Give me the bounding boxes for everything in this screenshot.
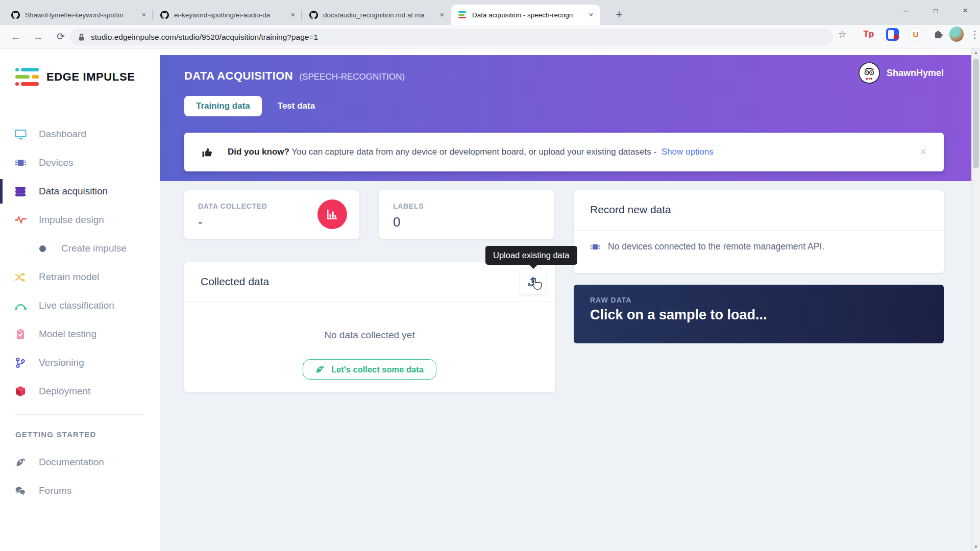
record-new-data-title: Record new data [590,204,671,216]
rocket-icon [315,365,325,374]
scrollbar-thumb[interactable] [973,59,979,168]
profile-avatar[interactable] [949,27,964,41]
address-bar[interactable]: studio.edgeimpulse.com/studio/9520/acqui… [70,29,833,45]
chip-icon [14,157,27,168]
raw-data-card[interactable]: RAW DATA Click on a sample to load... [574,285,944,343]
logo-text: EDGE IMPULSE [46,70,135,84]
labels-card: LABELS 0 [379,190,554,239]
chart-badge [317,199,347,229]
card-divider [184,301,555,302]
tab-close-icon[interactable]: × [586,10,596,20]
new-tab-button[interactable]: + [610,7,628,23]
sidebar-item-label: Deployment [39,386,90,397]
edge-impulse-logo[interactable]: EDGE IMPULSE [15,68,135,86]
sidebar-item-create-impulse[interactable]: Create impulse [0,234,160,263]
sidebar-item-impulse-design[interactable]: Impulse design [0,206,160,234]
page-scrollbar[interactable]: ▲ ▼ [971,48,980,551]
stat-label: DATA COLLECTED [198,202,267,210]
no-devices-message: No devices connected to the remote manag… [590,241,824,252]
sidebar-item-label: Documentation [39,457,104,468]
sidebar-item-label: Live classification [39,300,114,311]
database-icon [14,186,27,197]
window-close-button[interactable]: × [950,0,980,21]
sidebar-item-versioning[interactable]: Versioning [0,348,160,377]
tab-title: docs/audio_recognition.md at ma [323,11,437,19]
sidebar-item-forums[interactable]: Forums [0,477,160,505]
sidebar-item-label: Versioning [39,357,84,368]
collect-data-button[interactable]: Let's collect some data [303,359,436,380]
extension-privacy-icon[interactable] [885,27,899,41]
sidebar-item-deployment[interactable]: Deployment [0,377,160,406]
shuffle-icon [14,272,27,282]
sidebar-divider [15,414,143,415]
bezier-icon [14,302,27,310]
sidebar-item-live-classification[interactable]: Live classification [0,291,160,320]
tab-close-icon[interactable]: × [288,10,298,20]
chip-icon [590,242,600,252]
lock-icon [78,33,85,41]
show-options-link[interactable]: Show options [662,147,714,157]
extension-ublock-icon[interactable]: U [909,27,923,41]
tab-github-1[interactable]: ShawnHymel/ei-keyword-spottin × [4,5,153,25]
sidebar-nav: Dashboard Devices Data acquisition Impul… [0,120,160,406]
main-content: DATA ACQUISITION (SPEECH-RECOGNITION) Tr… [160,48,971,551]
data-collected-card: DATA COLLECTED - [184,190,359,239]
edge-impulse-favicon [458,11,467,19]
tab-close-icon[interactable]: × [437,10,447,20]
sidebar-item-data-acquisition[interactable]: Data acquisition [0,177,160,206]
banner-body: You can capture data from any device or … [291,147,656,157]
getting-started-label: GETTING STARTED [15,430,96,439]
window-controls: – □ × [891,0,980,21]
user-menu[interactable]: ShawnHymel [859,62,944,84]
forward-button[interactable]: → [30,29,47,44]
data-tabs: Training data Test data [184,96,315,116]
waveform-icon [14,216,27,224]
scroll-up-icon[interactable]: ▲ [972,48,980,57]
scroll-down-icon[interactable]: ▼ [972,543,980,551]
window-minimize-button[interactable]: – [891,0,921,21]
extensions-puzzle-icon[interactable] [931,27,945,41]
tab-edge-impulse-active[interactable]: Data acquisition - speech-recogn × [451,5,600,25]
extension-tampermonkey-icon[interactable]: Tp [862,27,876,41]
sidebar: EDGE IMPULSE Dashboard Devices Data acqu… [0,48,160,551]
tab-separator [301,10,302,20]
stat-value: 0 [393,214,400,230]
chat-bubbles-icon [14,486,27,496]
banner-close-icon[interactable]: × [920,145,926,159]
sidebar-item-dashboard[interactable]: Dashboard [0,120,160,148]
tab-title: Data acquisition - speech-recogn [472,11,586,19]
browser-window: ShawnHymel/ei-keyword-spottin × ei-keywo… [0,0,980,551]
tab-strip: ShawnHymel/ei-keyword-spottin × ei-keywo… [0,0,980,25]
sidebar-item-devices[interactable]: Devices [0,148,160,177]
tab-test-data[interactable]: Test data [278,101,315,111]
tab-training-data[interactable]: Training data [184,96,262,116]
window-maximize-button[interactable]: □ [921,0,950,21]
bookmark-star-icon[interactable]: ☆ [835,27,849,41]
sidebar-item-documentation[interactable]: Documentation [0,448,160,477]
git-branch-icon [14,357,27,368]
collect-data-button-label: Let's collect some data [331,365,424,374]
no-devices-text: No devices connected to the remote manag… [608,241,824,252]
back-button[interactable]: ← [7,29,24,44]
project-name: (SPEECH-RECOGNITION) [299,72,405,82]
url-text[interactable]: studio.edgeimpulse.com/studio/9520/acqui… [91,33,318,42]
sidebar-item-model-testing[interactable]: Model testing [0,320,160,348]
github-icon [11,11,20,19]
page-header: DATA ACQUISITION (SPEECH-RECOGNITION) Tr… [160,55,971,181]
sidebar-item-retrain-model[interactable]: Retrain model [0,263,160,291]
clipboard-check-icon [14,329,27,340]
raw-data-label: RAW DATA [590,296,631,304]
sidebar-item-label: Data acquisition [39,186,108,197]
stat-label: LABELS [393,202,424,210]
thumbs-up-icon [202,146,213,158]
github-icon [160,11,169,19]
reload-button[interactable]: ⟳ [52,29,69,44]
sidebar-item-label: Retrain model [39,271,99,283]
tab-close-icon[interactable]: × [139,10,149,20]
tab-github-2[interactable]: ei-keyword-spotting/ei-audio-da × [153,5,302,25]
empty-state-text: No data collected yet [184,330,555,341]
tab-github-3[interactable]: docs/audio_recognition.md at ma × [302,5,451,25]
browser-menu-icon[interactable]: ⋮ [968,27,980,41]
bar-chart-icon [326,208,339,221]
sidebar-item-label: Forums [39,485,71,496]
